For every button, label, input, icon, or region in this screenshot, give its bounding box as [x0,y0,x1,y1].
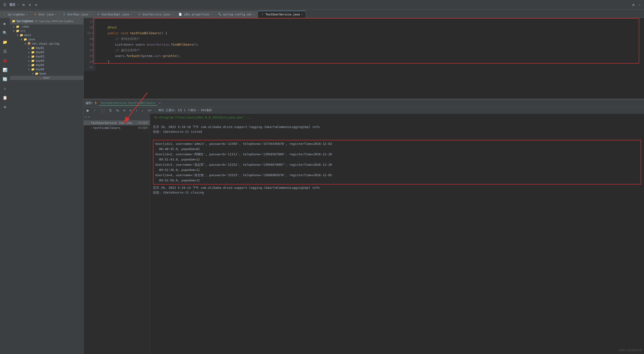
toolbar-minimize-icon[interactable]: — [637,2,642,7]
run-rerun-button[interactable]: ✓ [92,108,98,113]
test-suite-item[interactable]: ✓ ✓ TestUserService (net.shu 842毫秒 [84,120,150,125]
tree-user[interactable]: ▶ ☕ User [10,76,84,80]
tab-springdemo[interactable]: S SpringDemo × [0,11,31,18]
output-datasource-init: 信息: {dataSource-1} inited [150,129,644,134]
tree-day04[interactable]: ▶ 📁 day04 [10,59,84,63]
run-collapse-button[interactable]: ↑ [134,108,138,113]
tree-net-shuai-spring[interactable]: ▼ 📦 net.shuai.spring [10,41,84,46]
analyze-strip-icon[interactable]: 📊 [1,66,9,74]
project-sidebar: 📁 SpringDemo E:\spring\JAVA\SpringDem ▶ … [10,18,84,354]
method-timing: 842毫秒 [138,126,148,130]
project-header: 📁 SpringDemo E:\spring\JAVA\SpringDem [10,18,84,24]
type-list: List< [115,42,124,47]
tree-idea[interactable]: ▶ 📁 .idea [10,24,84,29]
kw-void: void [121,30,128,36]
tree-java[interactable]: ▼ 📁 java [10,37,84,41]
toolbar-icon-3[interactable]: ≠ [34,2,38,7]
todo-strip-icon[interactable]: ↓ [2,85,8,92]
run-strip-icon[interactable]: ▶ [2,20,8,27]
run-toolbar: 运行: 🏃 TestUserService.testFindAllUsers × [84,99,644,107]
run-down-button[interactable]: ≡ [128,108,132,113]
idea-folder-icon: 📁 [16,25,20,28]
run-more-button[interactable]: >> [146,108,152,113]
tab-testuserservice-java-close[interactable]: × [301,13,303,16]
jdbc-properties-icon: 📄 [179,13,182,16]
output-info-1: 五月 26, 2023 5:19:16 下午 com.alibaba.druid… [150,125,644,129]
output-blank-1 [150,120,644,125]
toolbar-settings-icon[interactable]: ⚙ [631,2,636,7]
run-expand-button[interactable]: ↓ [140,108,144,113]
code-line-40: // 查询全部用户 [100,36,639,42]
search-strip-icon[interactable]: 🔍 [1,29,9,36]
tab-userdao-java[interactable]: U UserDao.java × [60,11,94,18]
git-strip-icon[interactable]: 🔄 [1,75,9,83]
idea-label: .idea [20,25,29,28]
result-user4-cont: 09:52:56.0, popedom=1} [155,178,639,183]
tree-day01[interactable]: ▶ 📁 day01 [10,46,84,50]
method-call-end: (); [193,42,198,47]
output-cmd-line: "D:\Program Files\Java\jdk1.8.0_333\bin\… [150,115,644,120]
main-folder-icon: 📁 [20,33,23,37]
run-up-button[interactable]: ≡ [122,108,126,113]
run-stop-button[interactable]: ⬛ [100,108,106,113]
tree-main[interactable]: ▼ 📁 main [10,33,84,37]
springdemo-icon: S [3,13,6,16]
tree-day03[interactable]: ▶ 📁 day03 [10,54,84,59]
test-method-item[interactable]: ✓ testFindAllUsers 842毫秒 [84,125,150,130]
run-filter-button[interactable]: ⇆ [115,108,120,113]
day06-icon: 📁 [31,68,35,71]
tab-userservice-java[interactable]: U UserService.java × [135,11,176,18]
toolbar-icon-1[interactable]: ⊞ [21,2,26,7]
code-line-37 [100,19,639,25]
result-user3-cont: 09:52:36.0, popedom=1} [155,167,639,173]
day05-icon: 📁 [31,63,35,67]
tree-bean[interactable]: ▼ 📁 bean [10,71,84,76]
tab-user-java-close[interactable]: × [55,13,56,16]
run-play-button[interactable]: ▶ [86,108,90,113]
run-tab[interactable]: TestUserService.testFindAllUsers [98,101,157,106]
code-editor: 37 38 39 ↻ 40 41 42 43 44 45 [84,18,644,99]
tree-day02[interactable]: ▶ 📁 day02 [10,50,84,54]
run-panel: 运行: 🏃 TestUserService.testFindAllUsers ×… [84,99,644,354]
run-icon: 🏃 [94,101,98,105]
tab-testuserservice-java[interactable]: T TestUserService.java × [258,11,306,18]
structure-strip-icon[interactable]: ☰ [2,48,8,55]
tab-userdao-java-close[interactable]: × [89,13,91,16]
userservice-java-icon: U [138,13,141,16]
project-menu-icon[interactable]: ☰ [2,2,8,7]
user-java-label: User [43,76,50,79]
project-folder-icon: 📁 [12,19,16,23]
tab-springdemo-close[interactable]: × [26,13,28,16]
tab-userdaoimpl-java-close[interactable]: × [130,13,132,16]
day05-label: day05 [36,63,44,67]
folder-strip-icon[interactable]: 📁 [1,38,9,46]
suite-name: TestUserService (net.shu [91,121,132,125]
tab-user-java[interactable]: U User.java × [31,11,60,18]
code-line-45 [100,65,639,70]
foreach-close: ); [176,53,180,59]
day01-label: day01 [36,46,44,50]
suite-pass-icon: ✓ [86,121,87,125]
debug-strip-icon[interactable]: 🐞 [1,57,9,64]
tree-day05[interactable]: ▶ 📁 day05 [10,63,84,67]
terminal-strip-icon[interactable]: 📋 [1,94,9,101]
build-strip-icon[interactable]: ⚙ [2,103,8,111]
tree-src[interactable]: ▼ 📁 src [10,29,84,33]
tab-jdbc-properties-close[interactable]: × [211,13,212,16]
run-status-text: 测试 已通过: 1共 1 个测试 – 842毫秒 [158,108,212,112]
tab-userdaoimpl-java[interactable]: U UserDaoImpl.java × [94,11,135,18]
package-label: net.shuai.spring [32,42,60,45]
package-icon: 📦 [27,42,31,45]
tree-day06[interactable]: ▼ 📁 day06 [10,67,84,71]
run-sort-button[interactable]: ⇅ [108,108,113,113]
tab-jdbc-properties[interactable]: 📄 jdbc.properties × [176,11,215,18]
toolbar-icon-2[interactable]: ≡ [27,2,32,7]
toolbar-project-label[interactable]: 项目 [9,2,16,7]
tab-userservice-java-close[interactable]: × [171,13,173,16]
day05-arrow: ▶ [27,64,31,66]
type-user: User [124,42,132,47]
tab-spring-config-xml-close[interactable]: × [254,13,255,16]
tab-spring-config-xml[interactable]: 🔧 spring-config.xml × [215,11,258,18]
run-tab-close[interactable]: × [159,102,160,105]
method-parens: () { [160,30,167,36]
